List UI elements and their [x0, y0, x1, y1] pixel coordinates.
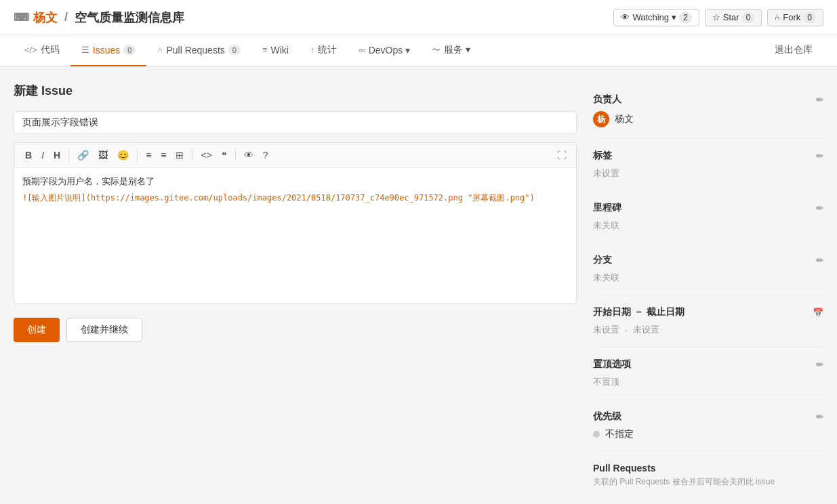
star-button[interactable]: ☆ Star 0 — [705, 9, 762, 26]
milestone-label: 里程碑 — [593, 202, 621, 214]
date-separator: - — [625, 325, 628, 335]
star-count: 0 — [742, 12, 755, 23]
issues-tab-icon: ☰ — [81, 45, 89, 55]
tab-stats-label: 统计 — [318, 44, 337, 56]
branch-title: 分支 ✏ — [593, 254, 823, 266]
priority-label: 优先级 — [593, 411, 621, 423]
star-label: Star — [723, 12, 739, 22]
assignee-title: 负责人 ✏ — [593, 93, 823, 106]
tab-quit[interactable]: 退出仓库 — [764, 35, 823, 66]
repo-icon: ⌨ — [14, 11, 29, 24]
tab-stats[interactable]: ↑ 统计 — [300, 35, 348, 66]
editor-body[interactable]: 预期字段为用户名，实际是别名了 ![输入图片说明](https://images… — [14, 168, 576, 303]
pin-edit-icon[interactable]: ✏ — [816, 360, 823, 370]
branch-edit-icon[interactable]: ✏ — [816, 255, 823, 266]
star-icon: ☆ — [712, 12, 720, 22]
sidebar-labels: 标签 ✏ 未设置 — [593, 139, 823, 191]
toolbar-sep-2 — [137, 149, 138, 161]
repo-title: ⌨ 杨文 / 空气质量监测信息库 — [14, 9, 184, 26]
tab-services[interactable]: 〜 服务 ▾ — [421, 35, 481, 66]
assignee-edit-icon[interactable]: ✏ — [816, 95, 823, 105]
nav-tabs: </> 代码 ☰ Issues 0 ⑃ Pull Requests 0 ≡ Wi… — [0, 35, 837, 66]
tab-issues[interactable]: ☰ Issues 0 — [70, 35, 147, 66]
top-header: ⌨ 杨文 / 空气质量监测信息库 👁 Watching ▾ 2 ☆ Star 0… — [0, 0, 837, 35]
dropdown-icon: ▾ — [672, 12, 676, 22]
tab-pulls-label: Pull Requests — [166, 45, 224, 56]
bold-button[interactable]: B — [21, 147, 36, 163]
watching-count: 2 — [679, 12, 692, 23]
quote-button[interactable]: ❝ — [218, 147, 231, 163]
labels-value: 未设置 — [593, 167, 823, 180]
toolbar-sep-3 — [192, 149, 192, 161]
priority-row: 不指定 — [593, 428, 823, 440]
pulls-badge: 0 — [228, 45, 241, 55]
dates-label: 开始日期 – 截止日期 — [593, 306, 685, 318]
editor-wrapper: B I H 🔗 🖼 😊 ≡ ≡ ⊞ <> ❝ 👁 ? — [14, 142, 577, 304]
labels-label: 标签 — [593, 150, 612, 162]
priority-edit-icon[interactable]: ✏ — [816, 412, 823, 422]
labels-edit-icon[interactable]: ✏ — [816, 151, 823, 161]
milestone-title: 里程碑 ✏ — [593, 202, 823, 214]
wiki-tab-icon: ≡ — [262, 45, 268, 55]
image-button[interactable]: 🖼 — [94, 147, 112, 163]
tab-code[interactable]: </> 代码 — [14, 35, 70, 66]
sidebar-pin: 置顶选项 ✏ 不置顶 — [593, 348, 823, 400]
date-row: 未设置 - 未设置 — [593, 324, 823, 336]
assignee-label: 负责人 — [593, 93, 621, 106]
services-tab-icon: 〜 — [432, 44, 441, 56]
milestone-edit-icon[interactable]: ✏ — [816, 203, 823, 213]
editor-line-2: ![输入图片说明](https://images.gitee.com/uploa… — [22, 192, 568, 205]
left-panel: 新建 Issue B I H 🔗 🖼 😊 ≡ ≡ ⊞ <> — [14, 83, 577, 499]
tab-services-label: 服务 ▾ — [444, 44, 470, 56]
sidebar-milestone: 里程碑 ✏ 未关联 — [593, 191, 823, 243]
sidebar-assignee: 负责人 ✏ 杨 杨文 — [593, 83, 823, 139]
ul-button[interactable]: ≡ — [142, 147, 155, 163]
emoji-button[interactable]: 😊 — [113, 147, 133, 163]
submit-button[interactable]: 创建 — [14, 318, 60, 342]
milestone-value: 未关联 — [593, 219, 823, 232]
ol-button[interactable]: ≡ — [157, 147, 170, 163]
help-button[interactable]: ? — [259, 147, 272, 163]
repo-name: 空气质量监测信息库 — [75, 9, 184, 26]
owner-link[interactable]: 杨文 — [33, 9, 58, 26]
italic-button[interactable]: I — [37, 147, 48, 163]
sidebar-pull-requests: Pull Requests 关联的 Pull Requests 被合并后可能会关… — [593, 452, 823, 499]
submit-continue-button[interactable]: 创建并继续 — [66, 318, 142, 342]
sidebar-dates: 开始日期 – 截止日期 📅 未设置 - 未设置 — [593, 295, 823, 348]
pr-title: Pull Requests — [593, 463, 823, 474]
dates-title: 开始日期 – 截止日期 📅 — [593, 306, 823, 318]
header-actions: 👁 Watching ▾ 2 ☆ Star 0 ⑃ Fork 0 — [613, 9, 823, 26]
link-button[interactable]: 🔗 — [73, 147, 93, 163]
main-content: 新建 Issue B I H 🔗 🖼 😊 ≡ ≡ ⊞ <> — [0, 66, 837, 504]
tab-wiki-label: Wiki — [271, 45, 289, 56]
page-title: 新建 Issue — [14, 83, 577, 99]
tab-wiki[interactable]: ≡ Wiki — [251, 35, 300, 66]
fork-label: Fork — [783, 12, 800, 22]
watching-button[interactable]: 👁 Watching ▾ 2 — [613, 9, 699, 26]
tab-devops-label: DevOps ▾ — [369, 45, 410, 56]
table-button[interactable]: ⊞ — [171, 147, 188, 163]
priority-title: 优先级 ✏ — [593, 411, 823, 423]
sidebar-priority: 优先级 ✏ 不指定 — [593, 400, 823, 452]
devops-tab-icon: ∞ — [359, 45, 365, 55]
tab-pulls[interactable]: ⑃ Pull Requests 0 — [146, 35, 251, 66]
pin-value: 不置顶 — [593, 376, 823, 388]
code-button[interactable]: <> — [197, 147, 216, 163]
pin-title: 置顶选项 ✏ — [593, 358, 823, 371]
branch-value: 未关联 — [593, 272, 823, 284]
labels-title: 标签 ✏ — [593, 150, 823, 162]
fullscreen-button[interactable]: ⛶ — [554, 147, 569, 163]
heading-button[interactable]: H — [49, 147, 64, 163]
avatar: 杨 — [593, 111, 609, 127]
fork-button[interactable]: ⑃ Fork 0 — [767, 9, 823, 26]
fork-count: 0 — [803, 12, 816, 23]
preview-button[interactable]: 👁 — [240, 147, 258, 163]
toolbar-sep-1 — [68, 149, 69, 161]
toolbar-sep-4 — [235, 149, 236, 161]
eye-icon: 👁 — [621, 12, 630, 22]
issues-badge: 0 — [123, 45, 136, 55]
code-tab-icon: </> — [24, 45, 37, 55]
dates-edit-icon[interactable]: 📅 — [813, 308, 823, 318]
tab-devops[interactable]: ∞ DevOps ▾ — [348, 35, 421, 66]
issue-title-input[interactable] — [14, 111, 577, 134]
